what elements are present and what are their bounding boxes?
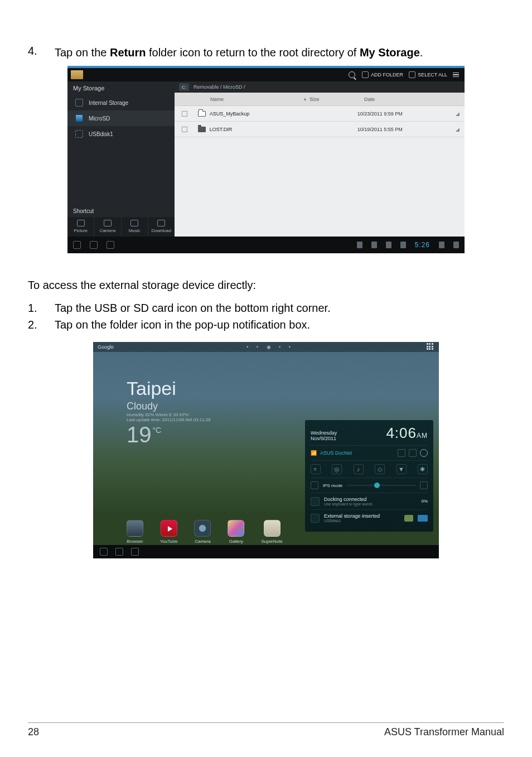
shortcut-picture[interactable]: Picture — [67, 217, 94, 237]
battery-pct: 0% — [421, 499, 428, 504]
clock[interactable]: 5:26 — [415, 241, 430, 249]
col-date[interactable]: Date — [364, 97, 465, 102]
app-browser[interactable]: Browser — [127, 520, 143, 544]
file-list-pane: C: Removable / MicroSD / Name ▲Size Date… — [175, 81, 465, 237]
toggle-wifi[interactable]: ᯤ — [311, 464, 321, 474]
more-icon[interactable]: ◢ — [456, 111, 465, 117]
shortcut-title: Shortcut — [67, 205, 175, 217]
gallery-icon — [228, 520, 244, 537]
shortcut-camera[interactable]: Camera — [94, 217, 121, 237]
col-name[interactable]: Name — [210, 97, 303, 102]
list-item: 1.Tap the USB or SD card icon on the bot… — [28, 300, 504, 316]
quick-toggles: ᯤ ◎ ♪ ◇ ▼ ✱ — [311, 460, 428, 478]
toggle-misc[interactable]: ✱ — [418, 464, 428, 474]
status-icon — [386, 242, 391, 248]
system-navbar — [93, 545, 439, 558]
section-heading: To access the external storage device di… — [28, 279, 504, 292]
checkbox[interactable] — [182, 127, 187, 132]
add-folder-button[interactable]: ADD FOLDER — [362, 71, 403, 78]
page-number: 28 — [28, 726, 39, 738]
add-folder-icon — [362, 71, 369, 78]
recent-icon[interactable] — [107, 241, 114, 249]
col-size[interactable]: ▲Size — [303, 97, 364, 102]
app-camera[interactable]: Camera — [194, 520, 211, 544]
storage-icon — [75, 99, 83, 107]
app-icon[interactable] — [71, 70, 83, 79]
city: Taipei — [127, 378, 211, 399]
battery-icon — [409, 449, 417, 457]
camera-icon — [194, 520, 211, 537]
breadcrumb: C: Removable / MicroSD / — [175, 81, 465, 93]
toggle-sync[interactable]: ◇ — [375, 464, 385, 474]
page-footer: 28 ASUS Transformer Manual — [28, 722, 504, 738]
toggle-bt[interactable]: ◎ — [332, 464, 342, 474]
weather-sub1: Humidity 82% Winds E 20 KPH — [127, 412, 211, 417]
usb-icon — [75, 130, 83, 138]
file-manager-screenshot: ADD FOLDER SELECT ALL My Storage Interna… — [67, 66, 465, 251]
camera-icon — [104, 220, 112, 226]
back-icon[interactable] — [100, 548, 108, 556]
select-all-button[interactable]: SELECT ALL — [409, 71, 447, 78]
home-icon[interactable] — [90, 241, 98, 249]
ips-icon — [311, 481, 318, 489]
checkbox[interactable] — [182, 111, 187, 117]
battery-icon — [453, 242, 459, 248]
google-search[interactable]: Google — [98, 344, 114, 350]
folder-icon — [198, 127, 206, 132]
storage-notif-icon — [311, 514, 320, 523]
back-icon[interactable] — [73, 241, 81, 249]
file-row[interactable]: LOST.DIR 10/19/2011 5:55 PM ◢ — [175, 122, 465, 137]
sidebar-item-microsd[interactable]: MicroSD — [67, 110, 175, 126]
more-icon[interactable]: ◢ — [456, 127, 465, 132]
search-icon[interactable] — [349, 71, 355, 78]
column-headers: Name ▲Size Date — [175, 93, 465, 106]
wifi-icon — [439, 242, 444, 248]
sidebar: My Storage Internal Storage MicroSD USBd… — [67, 81, 175, 237]
temperature: 19°C — [127, 422, 211, 447]
shortcut-row: Picture Camera Music Download — [67, 217, 175, 237]
app-gallery[interactable]: Gallery — [228, 520, 244, 544]
ips-end-icon — [420, 481, 428, 489]
app-supernote[interactable]: SuperNote — [261, 520, 282, 544]
file-name: LOST.DIR — [210, 127, 297, 132]
sidebar-item-usb[interactable]: USBdisk1 — [67, 126, 175, 142]
music-icon — [130, 220, 138, 226]
folder-icon — [198, 111, 206, 117]
home-statusbar: Google • • ◉ • • — [93, 342, 439, 352]
breadcrumb-path[interactable]: Removable / MicroSD / — [194, 84, 245, 90]
notif-external-storage[interactable]: External storage insertedUSBdisk1 — [311, 509, 428, 526]
top-toolbar: ADD FOLDER SELECT ALL — [67, 68, 465, 81]
sd-card-icon[interactable] — [418, 515, 428, 522]
folder-open-icon[interactable] — [404, 515, 413, 522]
app-youtube[interactable]: YouTube — [160, 520, 177, 544]
toggle-sound[interactable]: ♪ — [354, 464, 364, 474]
supernote-icon — [264, 520, 280, 537]
ips-slider[interactable] — [347, 485, 415, 486]
status-icon — [371, 242, 377, 248]
shortcut-music[interactable]: Music — [122, 217, 148, 237]
step-number: 4. — [28, 45, 45, 60]
recent-icon[interactable] — [131, 548, 139, 556]
toggle-rotate[interactable]: ▼ — [396, 464, 407, 474]
wifi-row[interactable]: 📶 ASUS DocNet — [311, 445, 428, 460]
notification-panel: WednesdayNov/9/2011 4:06AM 📶 ASUS DocNet… — [305, 420, 433, 532]
panel-time: 4:06AM — [386, 425, 428, 442]
home-icon[interactable] — [115, 548, 123, 556]
select-all-icon — [409, 71, 415, 78]
youtube-icon — [161, 520, 177, 537]
weather-widget[interactable]: Taipei Cloudy Humidity 82% Winds E 20 KP… — [127, 378, 211, 447]
step-text: Tap on the Return folder icon to return … — [45, 45, 504, 60]
notif-docking[interactable]: Docking connectedUse keyboard to type wo… — [311, 493, 428, 509]
sidebar-item-internal[interactable]: Internal Storage — [67, 95, 175, 110]
settings-icon[interactable] — [420, 449, 428, 457]
list-item: 2.Tap on the folder icon in the pop-up n… — [28, 316, 504, 333]
ips-row[interactable]: IPS mode — [311, 478, 428, 493]
apps-icon[interactable] — [427, 343, 434, 351]
panel-date: WednesdayNov/9/2011 — [311, 431, 337, 442]
page-dots: • • ◉ • • — [246, 344, 294, 350]
file-row[interactable]: ASUS_MyBackup 10/23/2011 9:59 PM ◢ — [175, 106, 465, 122]
shortcut-download[interactable]: Download — [148, 217, 175, 237]
return-icon[interactable]: C: — [179, 83, 189, 91]
overflow-menu-icon[interactable] — [453, 73, 459, 78]
status-icon — [400, 242, 406, 248]
